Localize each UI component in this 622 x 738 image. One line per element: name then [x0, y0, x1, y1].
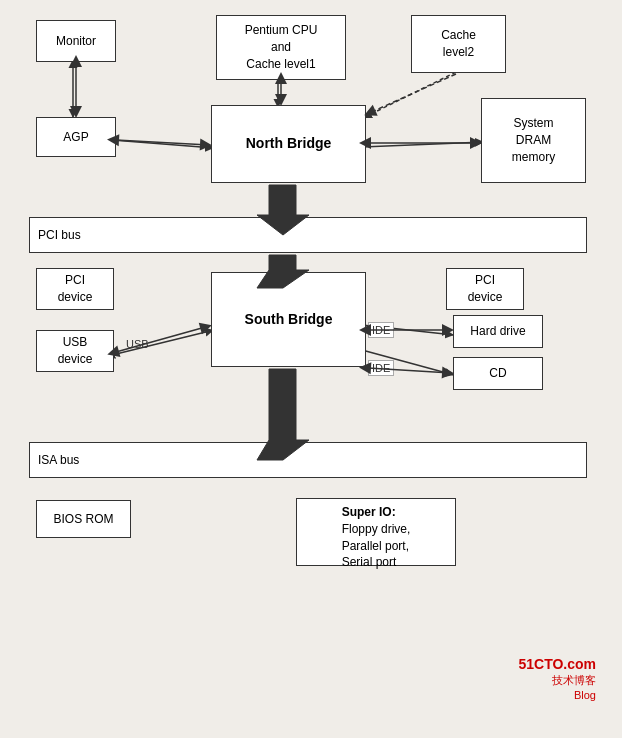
usb-device-label: USBdevice [58, 334, 93, 368]
watermark: 51CTO.com 技术博客 Blog [518, 655, 596, 702]
south-bridge-label: South Bridge [245, 310, 333, 330]
system-dram-box: SystemDRAMmemory [481, 98, 586, 183]
hard-drive-label: Hard drive [470, 323, 525, 340]
agp-label: AGP [63, 129, 88, 146]
monitor-label: Monitor [56, 33, 96, 50]
hard-drive-box: Hard drive [453, 315, 543, 348]
pci-bus-bar: PCI bus [29, 217, 587, 253]
watermark-line1: 51CTO.com [518, 655, 596, 673]
watermark-line3: Blog [518, 688, 596, 702]
super-io-label: Super IO:Floppy drive,Parallel port,Seri… [342, 504, 411, 571]
isa-bus-bar: ISA bus [29, 442, 587, 478]
svg-line-14 [367, 74, 456, 114]
monitor-box: Monitor [36, 20, 116, 62]
watermark-line2: 技术博客 [518, 673, 596, 687]
svg-line-1 [112, 140, 214, 148]
usb-label: USB [126, 338, 149, 350]
pci-device2-label: PCIdevice [468, 272, 503, 306]
south-bridge-box: South Bridge [211, 272, 366, 367]
pci-device1-box: PCIdevice [36, 268, 114, 310]
svg-line-3 [363, 72, 456, 118]
cache2-label: Cachelevel2 [441, 27, 476, 61]
cpu-label: Pentium CPUandCache level1 [245, 22, 318, 72]
isa-bus-label: ISA bus [38, 453, 79, 467]
north-bridge-label: North Bridge [246, 134, 332, 154]
pci-device2-box: PCIdevice [446, 268, 524, 310]
pci-bus-label: PCI bus [38, 228, 81, 242]
cd-box: CD [453, 357, 543, 390]
ide-label2: IDE [368, 360, 394, 376]
agp-box: AGP [36, 117, 116, 157]
system-dram-label: SystemDRAMmemory [512, 115, 555, 165]
ide-label1: IDE [368, 322, 394, 338]
svg-line-4 [362, 142, 484, 147]
cd-label: CD [489, 365, 506, 382]
pci-device1-label: PCIdevice [58, 272, 93, 306]
usb-device-box: USBdevice [36, 330, 114, 372]
north-bridge-box: North Bridge [211, 105, 366, 183]
svg-line-12 [116, 140, 209, 145]
bios-rom-label: BIOS ROM [53, 511, 113, 528]
bios-rom-box: BIOS ROM [36, 500, 131, 538]
cpu-box: Pentium CPUandCache level1 [216, 15, 346, 80]
cache2-box: Cachelevel2 [411, 15, 506, 73]
super-io-box: Super IO:Floppy drive,Parallel port,Seri… [296, 498, 456, 566]
